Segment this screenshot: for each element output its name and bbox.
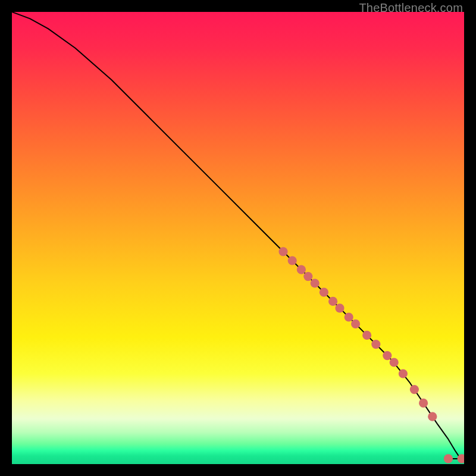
data-point <box>303 272 312 281</box>
data-point <box>371 340 380 349</box>
data-point <box>399 369 408 378</box>
curve-layer <box>12 12 464 464</box>
data-point <box>351 320 360 328</box>
data-point <box>335 303 344 312</box>
data-point <box>390 358 399 367</box>
data-point <box>288 256 297 265</box>
data-point <box>383 351 392 360</box>
data-point <box>297 265 306 274</box>
data-point <box>320 288 328 297</box>
marker-group <box>278 247 464 463</box>
data-point <box>428 412 437 421</box>
data-point <box>278 247 287 256</box>
plot-area <box>12 12 464 464</box>
data-point <box>419 399 428 408</box>
main-curve <box>12 12 464 461</box>
watermark-text: TheBottleneck.com <box>359 1 463 15</box>
data-point <box>345 312 353 321</box>
chart-frame: TheBottleneck.com <box>0 0 476 476</box>
data-point <box>328 297 337 306</box>
data-point <box>444 454 453 463</box>
data-point <box>311 278 320 287</box>
data-point <box>362 331 371 340</box>
data-point <box>410 385 419 394</box>
